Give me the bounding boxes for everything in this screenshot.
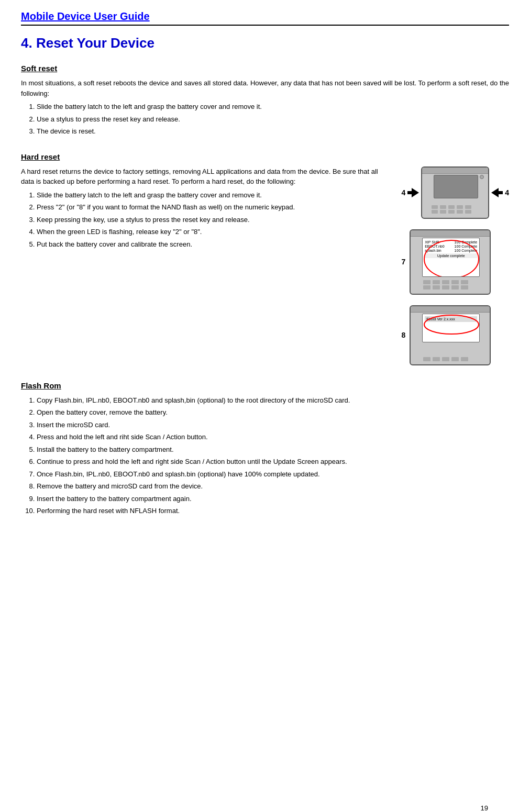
list-item: Press and hold the left and riht side Sc… [37,432,509,442]
fig7-label: 7 [401,258,405,266]
key [465,205,471,209]
device-top-bar [422,168,488,174]
list-item: Continue to press and hold the left and … [37,457,509,467]
device-body-fig8: Eboot Ver 2.x.xxx [410,305,491,365]
device-keypad-fig7 [423,280,469,290]
key [451,357,459,361]
flash-rom-section: Flash Rom Copy Flash.bin, IPL.nb0, EBOOT… [21,381,509,516]
flash-rom-title: Flash Rom [21,381,509,390]
list-item: Slide the battery latch to the left and … [37,190,391,201]
page-title: Mobile Device User Guide [21,10,509,23]
device-body-fig7: XIP SHB 100 Complete EBOOT.nb0 100 Compl… [410,229,491,295]
hard-reset-text: A hard reset returns the device to facto… [21,166,391,255]
key [461,285,468,290]
soft-reset-steps: Slide the battery latch to the left and … [37,102,509,137]
section-title: 4. Reset Your Device [21,35,509,51]
key [433,357,440,361]
device-button [480,175,484,179]
key [423,357,430,361]
svg-rect-3 [499,191,503,194]
flash-rom-steps: Copy Flash.bin, IPL.nb0, EBOOT.nb0 and s… [37,395,509,516]
key [461,357,468,361]
list-item: Put back the battery cover and calibrate… [37,239,391,250]
key [432,205,438,209]
list-item: Performing the hard reset with NFLASH fo… [37,506,509,516]
key [440,205,446,209]
list-item: Remove the battery and microSD card from… [37,481,509,492]
list-item: Once Flash.bin, IPL.nb0, EBOOT.nb0 and s… [37,469,509,480]
key [457,210,463,214]
figure-8-container: 8 Eboot Ver 2.x.xxx [401,305,509,365]
screen-value-2: 100 Complete [455,244,478,248]
figure-4-container: 4 [401,166,509,219]
screen-label-2: EBOOT.nb0 [425,244,444,248]
key [423,280,430,284]
list-item: Keep pressing the key, use a stylus to p… [37,215,391,225]
key [448,210,455,214]
key [442,285,449,290]
arrow-right-icon [407,187,419,198]
key [442,280,449,284]
svg-marker-0 [412,188,419,197]
hard-reset-content: A hard reset returns the device to facto… [21,166,509,365]
screen-label-1: XIP SHB [425,240,439,244]
fig4-label-left: 4 [401,188,405,197]
hard-reset-steps: Slide the battery latch to the left and … [37,190,391,250]
device-keypad-fig8 [423,357,469,361]
key [440,210,446,214]
list-item: Press "2" (or "8" if you want to format … [37,202,391,213]
hard-reset-title: Hard reset [21,152,509,161]
list-item: Slide the battery latch to the left and … [37,102,509,112]
list-item: Install the battery to the battery compa… [37,444,509,455]
screen-line-2: EBOOT.nb0 100 Complete [425,244,477,248]
hard-reset-intro: A hard reset returns the device to facto… [21,166,391,187]
page-header: Mobile Device User Guide [21,10,509,26]
key [432,210,438,214]
key [451,280,459,284]
list-item: Open the battery cover, remove the batte… [37,407,509,418]
soft-reset-title: Soft reset [21,64,509,73]
soft-reset-intro: In most situations, a soft reset reboots… [21,78,509,98]
key [451,285,459,290]
key [465,210,471,214]
device-screen [434,175,478,198]
fig4-label-right: 4 [505,188,509,197]
device-keypad [432,205,472,214]
fig8-label: 8 [401,331,405,339]
svg-rect-1 [407,191,412,194]
list-item: Insert the battery to the battery compar… [37,494,509,504]
key [442,357,449,361]
device-screen-fig7: XIP SHB 100 Complete EBOOT.nb0 100 Compl… [422,238,480,277]
hard-reset-images: 4 [401,166,509,365]
device-screen-fig8: Eboot Ver 2.x.xxx [422,314,480,342]
key [433,280,440,284]
list-item: Insert the microSD card. [37,420,509,430]
list-item: The device is reset. [37,126,509,137]
hard-reset-section: Hard reset A hard reset returns the devi… [21,152,509,365]
soft-reset-section: Soft reset In most situations, a soft re… [21,64,509,137]
screen-line-3: splash.bin 100 Complete [425,249,477,252]
list-item: Use a stylus to press the reset key and … [37,114,509,125]
key [457,205,463,209]
eboot-line: Eboot Ver 2.x.xxx [425,316,477,322]
page-number: 19 [481,804,488,812]
screen-line-1: XIP SHB 100 Complete [425,240,477,244]
key [423,285,430,290]
list-item: When the green LED is flashing, release … [37,227,391,237]
list-item: Copy Flash.bin, IPL.nb0, EBOOT.nb0 and s… [37,395,509,406]
screen-label-3: splash.bin [425,249,441,252]
svg-marker-2 [491,188,499,197]
device-body-fig4 [421,166,489,219]
arrow-left-icon [491,187,503,198]
screen-value-3: 100 Complete [455,249,478,252]
key [433,285,440,290]
page-wrapper: Mobile Device User Guide 4. Reset Your D… [21,10,509,812]
screen-value-1: 100 Complete [455,240,478,244]
device-top-bar [411,306,490,313]
key [448,205,455,209]
key [461,280,468,284]
screen-update-complete: Update complete [425,253,477,258]
figure-7-container: 7 XIP SHB 100 Complete EBOOT.nb0 100 Com… [401,229,509,295]
device-top-bar [411,230,490,237]
